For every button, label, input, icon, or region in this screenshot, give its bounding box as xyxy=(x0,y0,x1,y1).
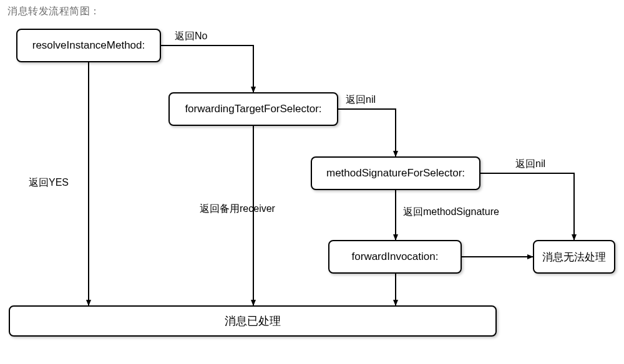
diagram-canvas: 消息转发流程简图： resolveInstanceMethod: forward… xyxy=(0,0,624,364)
edge-label-forwardingTarget-nil: 返回nil xyxy=(346,93,376,107)
edge-label-methodSignature-nil: 返回nil xyxy=(515,158,545,171)
node-label: forwardingTargetForSelector: xyxy=(185,103,321,115)
node-label: 消息已处理 xyxy=(225,314,281,328)
node-forwardInvocation: forwardInvocation: xyxy=(328,240,462,274)
arrow-resolve-to-forwardingTarget xyxy=(161,46,253,92)
edge-label-methodSignature-sig: 返回methodSignature xyxy=(403,206,499,219)
edge-label-forwardingTarget-receiver: 返回备用receiver xyxy=(200,203,275,216)
node-methodSignatureForSelector: methodSignatureForSelector: xyxy=(311,156,480,190)
node-label: resolveInstanceMethod: xyxy=(32,39,145,52)
edge-label-resolve-no: 返回No xyxy=(175,30,207,43)
node-resolveInstanceMethod: resolveInstanceMethod: xyxy=(16,29,161,62)
node-label: methodSignatureForSelector: xyxy=(326,167,465,180)
node-unhandled: 消息无法处理 xyxy=(533,240,615,274)
node-label: 消息无法处理 xyxy=(542,250,606,264)
node-label: forwardInvocation: xyxy=(352,251,439,263)
diagram-title: 消息转发流程简图： xyxy=(7,5,100,18)
node-forwardingTargetForSelector: forwardingTargetForSelector: xyxy=(168,92,338,126)
edge-label-resolve-yes: 返回YES xyxy=(29,176,69,189)
arrow-forwardingTarget-to-methodSignature xyxy=(338,109,396,156)
node-handled: 消息已处理 xyxy=(9,305,497,337)
